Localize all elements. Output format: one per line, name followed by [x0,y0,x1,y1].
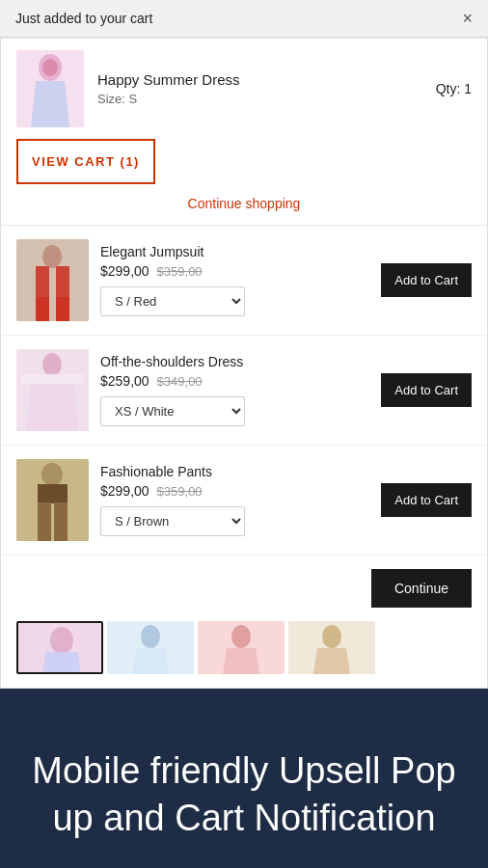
svg-marker-27 [223,648,259,674]
variant-select[interactable]: S / Brown S / Black M / Brown [100,506,245,536]
upsell-item: Off-the-shoulders Dress $259,00 $349,00 … [1,336,487,446]
upsell-section: Elegant Jumpsuit $299,00 $359,00 S / Red… [1,226,487,688]
svg-marker-13 [26,384,79,431]
thumb-image-4 [288,621,375,674]
thumbnail[interactable] [288,621,375,674]
cart-item-name: Happy Summer Dress [97,71,422,88]
svg-marker-2 [31,81,69,127]
current-price: $259,00 [100,373,149,389]
upsell-product-info: Elegant Jumpsuit $299,00 $359,00 S / Red… [100,244,369,316]
upsell-product-name: Off-the-shoulders Dress [100,354,369,369]
hero-text: Mobile friendly Upsell Pop up and Cart N… [29,747,459,843]
price-row: $299,00 $359,00 [100,483,369,499]
cart-item-image [16,50,84,127]
svg-rect-8 [36,297,49,321]
svg-point-29 [322,625,341,648]
cart-item-qty: Qty: 1 [436,81,472,96]
upsell-product-info: Off-the-shoulders Dress $259,00 $349,00 … [100,354,369,426]
svg-point-15 [41,463,63,486]
continue-btn-row: Continue [1,556,487,621]
jumpsuit-image [16,239,89,321]
upsell-item: Elegant Jumpsuit $299,00 $359,00 S / Red… [1,226,487,336]
notification-text: Just added to your cart [15,11,152,26]
svg-rect-6 [36,266,49,300]
thumb-image-1 [18,623,103,674]
svg-rect-18 [54,502,68,541]
upsell-product-image [16,459,89,541]
add-to-cart-button[interactable]: Add to Cart [381,263,472,297]
svg-rect-17 [38,502,51,541]
dress-image [16,349,89,431]
thumbnail[interactable] [16,621,103,674]
original-price: $349,00 [157,374,203,389]
close-icon[interactable]: × [462,10,473,27]
thumbnail[interactable] [198,621,285,674]
svg-point-11 [42,353,62,376]
svg-point-3 [42,59,58,76]
add-to-cart-button[interactable]: Add to Cart [381,483,472,517]
original-price: $359,00 [157,484,203,499]
thumb-image-2 [107,621,194,674]
pants-image [16,459,89,541]
svg-marker-21 [42,652,81,674]
add-to-cart-button[interactable]: Add to Cart [381,373,472,407]
current-price: $299,00 [100,483,149,499]
hero-section: Mobile friendly Upsell Pop up and Cart N… [0,689,488,868]
svg-rect-16 [38,484,68,503]
svg-rect-7 [56,266,69,300]
thumbnail-row [1,621,487,688]
notification-bar: Just added to your cart × [0,0,488,38]
upsell-product-info: Fashionable Pants $299,00 $359,00 S / Br… [100,464,369,536]
svg-point-5 [42,245,62,268]
cart-popup: Happy Summer Dress Size: S Qty: 1 VIEW C… [0,38,488,689]
variant-select[interactable]: XS / White XS / Pink S / White [100,396,245,426]
variant-select[interactable]: S / Red S / Blue M / Red [100,286,245,316]
original-price: $359,00 [157,264,203,279]
svg-marker-30 [313,648,350,674]
cart-product-image [16,50,84,127]
current-price: $299,00 [100,263,149,279]
thumb-image-3 [198,621,285,674]
view-cart-button[interactable]: VIEW CART (1) [16,139,155,184]
svg-rect-12 [21,374,84,384]
svg-point-26 [231,625,251,648]
svg-point-20 [50,627,73,654]
thumbnail[interactable] [107,621,194,674]
upsell-product-image [16,349,89,431]
svg-point-23 [141,625,160,648]
price-row: $299,00 $359,00 [100,263,369,279]
price-row: $259,00 $349,00 [100,373,369,389]
cart-item-size: Size: S [97,92,422,106]
upsell-product-image [16,239,89,321]
upsell-product-name: Elegant Jumpsuit [100,244,369,259]
cart-item-info: Happy Summer Dress Size: S [97,71,422,106]
continue-shopping-link[interactable]: Continue shopping [1,196,487,225]
svg-marker-24 [132,648,169,674]
upsell-item: Fashionable Pants $299,00 $359,00 S / Br… [1,446,487,556]
cart-item-row: Happy Summer Dress Size: S Qty: 1 [1,39,487,139]
upsell-product-name: Fashionable Pants [100,464,369,479]
continue-button[interactable]: Continue [371,569,472,608]
svg-rect-9 [56,297,69,321]
